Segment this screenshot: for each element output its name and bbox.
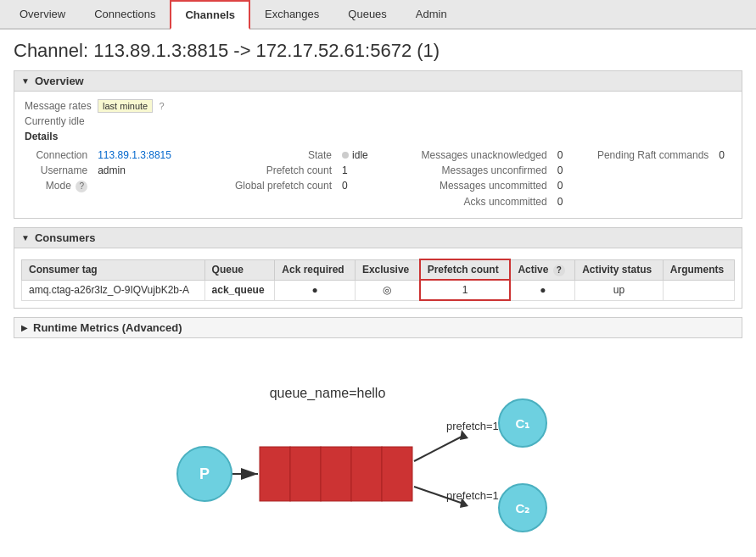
diagram-area: queue_name=hello P prefetch=1 prefetch=1… xyxy=(14,355,742,557)
main-content: Channel: 113.89.1.3:8815 -> 172.17.52.61… xyxy=(0,30,756,557)
connection-value: 113.89.1.3:8815 xyxy=(92,148,185,163)
currently-idle-text: Currently idle xyxy=(25,115,731,127)
col-ack-required: Ack required xyxy=(275,259,356,280)
col-prefetch-count: Prefetch count xyxy=(420,259,511,280)
ack-required-cell: ● xyxy=(275,280,356,300)
queue-box-2 xyxy=(290,447,321,501)
details-table: Connection 113.89.1.3:8815 State idle Me… xyxy=(25,148,731,209)
message-rates-line: Message rates last minute ? xyxy=(25,100,731,112)
details-heading: Details xyxy=(25,131,731,142)
col-active: Active ? xyxy=(510,259,574,280)
pending-raft-value: 0 xyxy=(714,148,731,163)
arrow-queue-to-c1 xyxy=(414,436,463,461)
consumer2-label: C₂ xyxy=(515,501,529,515)
state-value: idle xyxy=(337,148,377,163)
consumers-section-content: Consumer tag Queue Ack required Exclusiv… xyxy=(14,248,742,309)
prefetch2-label: prefetch=1 xyxy=(446,489,499,502)
queue-box-4 xyxy=(351,447,382,501)
col-exclusive: Exclusive xyxy=(355,259,419,280)
msg-unconfirmed-value: 0 xyxy=(552,163,570,178)
runtime-section-header[interactable]: ▶ Runtime Metrics (Advanced) xyxy=(14,317,742,338)
col-queue: Queue xyxy=(204,259,275,280)
mode-label: Mode ? xyxy=(25,178,92,194)
active-cell: ● xyxy=(510,280,574,300)
pending-raft-label: Pending Raft commands xyxy=(580,148,714,163)
rates-label: Message rates xyxy=(25,100,92,112)
mode-help-icon[interactable]: ? xyxy=(76,181,87,192)
tab-overview[interactable]: Overview xyxy=(5,0,80,30)
runtime-section: ▶ Runtime Metrics (Advanced) xyxy=(14,317,742,338)
queue-diagram: queue_name=hello P prefetch=1 prefetch=1… xyxy=(158,372,599,542)
overview-section-header[interactable]: ▼ Overview xyxy=(14,70,742,92)
msg-uncommitted-label: Messages uncommitted xyxy=(402,178,552,194)
page-title: Channel: 113.89.1.3:8815 -> 172.17.52.61… xyxy=(14,40,742,62)
consumers-section-header[interactable]: ▼ Consumers xyxy=(14,227,742,248)
tab-queues[interactable]: Queues xyxy=(333,0,401,30)
activity-status-cell: up xyxy=(575,280,664,300)
exclusive-cell: ◎ xyxy=(355,280,419,300)
consumers-section-label: Consumers xyxy=(35,231,96,244)
producer-label: P xyxy=(199,465,209,482)
msg-unacknowledged-value: 0 xyxy=(552,148,570,163)
global-prefetch-label: Global prefetch count xyxy=(219,178,337,194)
consumer-tag-cell: amq.ctag-a26r3lz_O-9IQVujbK2b-A xyxy=(22,280,205,300)
acks-uncommitted-value: 0 xyxy=(552,194,570,209)
username-value: admin xyxy=(92,163,185,178)
global-prefetch-value: 0 xyxy=(337,178,377,194)
tab-channels[interactable]: Channels xyxy=(170,0,250,30)
nav-tabs: Overview Connections Channels Exchanges … xyxy=(0,0,756,30)
overview-arrow-icon: ▼ xyxy=(21,76,30,86)
queue-box-1 xyxy=(260,447,290,501)
rates-badge[interactable]: last minute xyxy=(98,99,153,113)
overview-section: ▼ Overview Message rates last minute ? C… xyxy=(14,70,742,219)
msg-uncommitted-value: 0 xyxy=(552,178,570,194)
consumers-table: Consumer tag Queue Ack required Exclusiv… xyxy=(21,259,735,301)
queue-box-5 xyxy=(382,447,412,501)
col-consumer-tag: Consumer tag xyxy=(22,259,205,280)
msg-unconfirmed-label: Messages unconfirmed xyxy=(402,163,552,178)
col-activity-status: Activity status xyxy=(575,259,664,280)
runtime-arrow-icon: ▶ xyxy=(21,323,28,332)
overview-section-label: Overview xyxy=(35,75,84,87)
runtime-section-label: Runtime Metrics (Advanced) xyxy=(33,321,182,334)
queue-name-label: queue_name=hello xyxy=(269,386,385,401)
prefetch1-label: prefetch=1 xyxy=(446,420,499,432)
state-label: State xyxy=(219,148,337,163)
queue-box-3 xyxy=(321,447,351,501)
state-text: idle xyxy=(352,149,368,161)
tab-exchanges[interactable]: Exchanges xyxy=(250,0,333,30)
prefetch-count-value: 1 xyxy=(337,163,377,178)
connection-link[interactable]: 113.89.1.3:8815 xyxy=(98,149,171,161)
consumers-section: ▼ Consumers Consumer tag Queue Ack requi… xyxy=(14,227,742,309)
consumers-arrow-icon: ▼ xyxy=(21,233,30,242)
rates-help[interactable]: ? xyxy=(160,101,165,111)
username-label: Username xyxy=(25,163,92,178)
tab-admin[interactable]: Admin xyxy=(401,0,462,30)
state-dot-icon xyxy=(342,152,349,159)
overview-section-content: Message rates last minute ? Currently id… xyxy=(14,92,742,219)
arguments-cell xyxy=(663,280,734,300)
queue-cell: ack_queue xyxy=(204,280,275,300)
prefetch-count-cell: 1 xyxy=(420,280,511,300)
mode-value xyxy=(92,178,185,194)
tab-connections[interactable]: Connections xyxy=(80,0,170,30)
col-arguments: Arguments xyxy=(663,259,734,280)
acks-uncommitted-label: Acks uncommitted xyxy=(402,194,552,209)
active-help-icon[interactable]: ? xyxy=(553,265,565,276)
table-row: amq.ctag-a26r3lz_O-9IQVujbK2b-Aack_queue… xyxy=(22,280,735,300)
consumer1-label: C₁ xyxy=(515,416,529,431)
connection-label: Connection xyxy=(25,148,92,163)
msg-unacknowledged-label: Messages unacknowledged xyxy=(402,148,552,163)
prefetch-count-label: Prefetch count xyxy=(219,163,337,178)
